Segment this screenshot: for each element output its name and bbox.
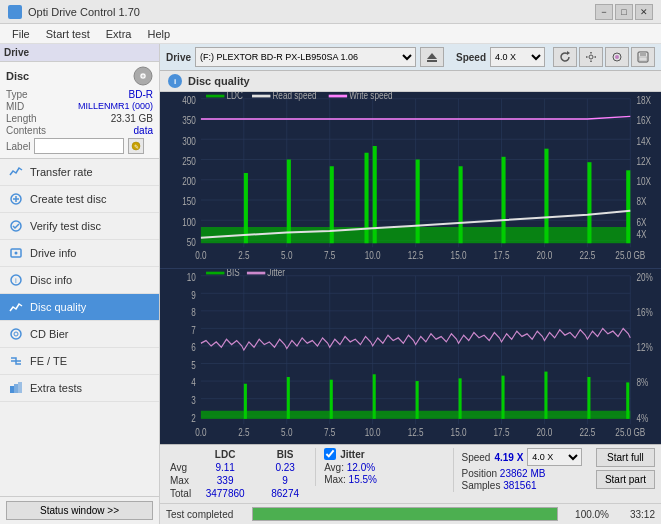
svg-text:Read speed: Read speed	[272, 92, 316, 101]
color-picker-button[interactable]	[605, 47, 629, 67]
disc-contents-row: Contents data	[6, 125, 153, 136]
svg-text:15.0: 15.0	[451, 249, 467, 261]
svg-text:16X: 16X	[636, 114, 651, 126]
svg-text:8%: 8%	[636, 376, 648, 388]
svg-text:300: 300	[182, 135, 196, 147]
svg-point-2	[142, 75, 145, 78]
svg-text:Jitter: Jitter	[267, 269, 285, 278]
svg-text:10.0: 10.0	[365, 426, 381, 438]
svg-text:7: 7	[191, 323, 196, 335]
sidebar-label-cd-bier: CD Bier	[30, 328, 69, 340]
drive-dropdown[interactable]: (F:) PLEXTOR BD-R PX-LB950SA 1.06	[195, 47, 416, 67]
svg-text:15.0: 15.0	[451, 426, 467, 438]
speed-value: 4.19 X	[494, 452, 523, 463]
settings-button[interactable]	[579, 47, 603, 67]
svg-text:0.0: 0.0	[195, 249, 206, 261]
drive-label-text: Drive	[166, 52, 191, 63]
jitter-speed-section: Jitter Avg: 12.0% Max: 15.5%	[315, 448, 452, 486]
sidebar: Drive Disc Type BD-R MID MILLENMR1 (000)	[0, 44, 160, 524]
disc-quality-header-icon: i	[168, 74, 182, 88]
svg-text:12%: 12%	[636, 341, 653, 353]
svg-point-13	[11, 329, 21, 339]
menu-help[interactable]: Help	[139, 26, 178, 42]
chart-ldc-svg: 400 350 300 250 200 150 100 50 18X 16X 1…	[160, 92, 661, 268]
menu-start-test[interactable]: Start test	[38, 26, 98, 42]
drive-label: Drive	[0, 44, 159, 62]
svg-text:12.5: 12.5	[408, 426, 424, 438]
svg-text:17.5: 17.5	[494, 426, 510, 438]
svg-text:6X: 6X	[636, 216, 647, 228]
sidebar-item-extra-tests[interactable]: Extra tests	[0, 375, 159, 402]
refresh-icon	[559, 51, 571, 63]
svg-rect-18	[18, 382, 22, 393]
disc-quality-icon	[8, 299, 24, 315]
charts-area: 400 350 300 250 200 150 100 50 18X 16X 1…	[160, 92, 661, 444]
save-button[interactable]	[631, 47, 655, 67]
transfer-rate-icon	[8, 164, 24, 180]
svg-text:6: 6	[191, 341, 196, 353]
disc-label-button[interactable]: ✎	[128, 138, 144, 154]
jitter-avg: 12.0%	[347, 462, 375, 473]
start-full-button[interactable]: Start full	[596, 448, 655, 467]
svg-rect-55	[501, 157, 505, 243]
svg-text:200: 200	[182, 175, 196, 187]
disc-label-input[interactable]	[34, 138, 124, 154]
svg-text:250: 250	[182, 155, 196, 167]
svg-text:8: 8	[191, 306, 196, 318]
menu-bar: File Start test Extra Help	[0, 24, 661, 44]
sidebar-item-disc-quality[interactable]: Disc quality	[0, 294, 159, 321]
svg-text:2.5: 2.5	[238, 249, 249, 261]
svg-text:2: 2	[191, 411, 196, 423]
disc-header: Disc	[6, 66, 153, 86]
disc-mid-row: MID MILLENMR1 (000)	[6, 101, 153, 112]
svg-rect-16	[10, 386, 14, 393]
sidebar-label-drive-info: Drive info	[30, 247, 76, 259]
sidebar-item-disc-info[interactable]: i Disc info	[0, 267, 159, 294]
svg-rect-122	[626, 382, 629, 418]
sidebar-item-create-test-disc[interactable]: Create test disc	[0, 186, 159, 213]
eject-button[interactable]	[420, 47, 444, 67]
sidebar-item-fe-te[interactable]: FE / TE	[0, 348, 159, 375]
svg-text:8X: 8X	[636, 195, 647, 207]
disc-panel-title: Disc	[6, 70, 29, 82]
app-title: Opti Drive Control 1.70	[28, 6, 140, 18]
svg-text:0.0: 0.0	[195, 426, 206, 438]
minimize-button[interactable]: −	[595, 4, 613, 20]
refresh-button[interactable]	[553, 47, 577, 67]
svg-rect-54	[459, 166, 463, 243]
svg-rect-119	[501, 375, 504, 418]
chart-bis-svg: 10 9 8 7 6 5 4 3 2 20% 16% 12% 8% 4%	[160, 269, 661, 445]
svg-text:17.5: 17.5	[494, 249, 510, 261]
close-button[interactable]: ✕	[635, 4, 653, 20]
stat-max-row: Max 339 9	[166, 474, 315, 487]
svg-rect-26	[640, 52, 646, 56]
start-part-button[interactable]: Start part	[596, 470, 655, 489]
svg-text:4X: 4X	[636, 228, 647, 240]
stat-avg-row: Avg 9.11 0.23	[166, 461, 315, 474]
sidebar-item-cd-bier[interactable]: CD Bier	[0, 321, 159, 348]
sidebar-item-transfer-rate[interactable]: Transfer rate	[0, 159, 159, 186]
svg-text:25.0 GB: 25.0 GB	[615, 249, 645, 261]
ldc-bis-table: LDC BIS Avg 9.11 0.23 Max 339	[166, 448, 315, 500]
svg-text:16%: 16%	[636, 306, 653, 318]
status-window-button[interactable]: Status window >>	[6, 501, 153, 520]
jitter-checkbox[interactable]	[324, 448, 336, 460]
samples-value: 381561	[503, 480, 536, 491]
verify-disc-icon	[8, 218, 24, 234]
menu-file[interactable]: File	[4, 26, 38, 42]
svg-text:LDC: LDC	[226, 92, 242, 101]
create-disc-icon	[8, 191, 24, 207]
maximize-button[interactable]: □	[615, 4, 633, 20]
speed-select[interactable]: 4.0 X	[527, 448, 582, 466]
svg-rect-114	[287, 377, 290, 419]
speed-position-section: Speed 4.19 X 4.0 X Position 23862 MB Sam…	[453, 448, 590, 492]
sidebar-item-drive-info[interactable]: Drive info	[0, 240, 159, 267]
menu-extra[interactable]: Extra	[98, 26, 140, 42]
svg-rect-48	[244, 173, 248, 243]
disc-length-row: Length 23.31 GB	[6, 113, 153, 124]
sidebar-label-fe-te: FE / TE	[30, 355, 67, 367]
speed-dropdown[interactable]: 4.0 X	[490, 47, 545, 67]
svg-text:10.0: 10.0	[365, 249, 381, 261]
sidebar-label-disc-quality: Disc quality	[30, 301, 86, 313]
sidebar-item-verify-test-disc[interactable]: Verify test disc	[0, 213, 159, 240]
